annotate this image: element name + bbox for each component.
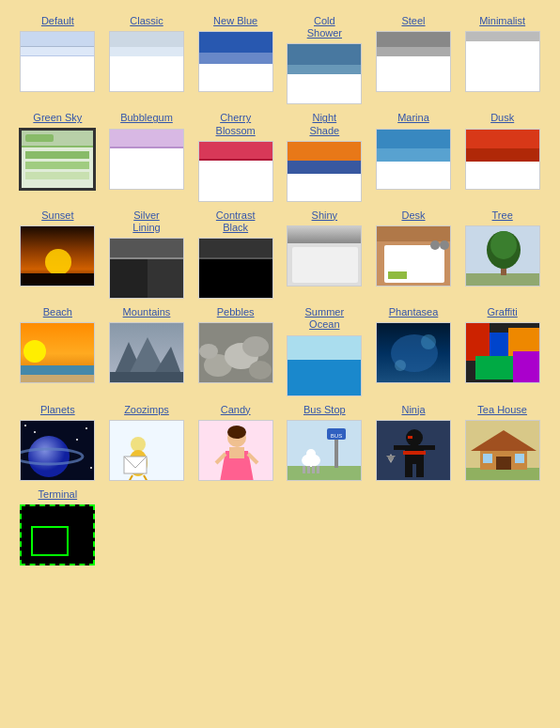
theme-bubblegum[interactable]: Bubblegum [104, 112, 190, 201]
theme-dusk-preview[interactable] [465, 129, 540, 190]
theme-minimalist[interactable]: Minimalist [459, 15, 545, 104]
theme-mountains-preview[interactable] [109, 322, 184, 383]
theme-steel[interactable]: Steel [371, 15, 457, 104]
theme-zoozimps[interactable]: Zoozimps [104, 404, 190, 481]
theme-newblue-preview[interactable] [198, 31, 273, 92]
theme-pebbles-preview[interactable] [198, 322, 273, 383]
theme-sunset-label: Sunset [41, 209, 73, 222]
svg-rect-41 [288, 336, 362, 360]
theme-greensky-preview[interactable] [20, 129, 95, 190]
theme-classic-label: Classic [130, 15, 163, 27]
svg-rect-85 [317, 466, 319, 473]
svg-rect-103 [515, 454, 524, 463]
theme-planets-preview[interactable] [20, 420, 95, 481]
svg-point-56 [86, 427, 87, 429]
theme-pebbles[interactable]: Pebbles [193, 306, 278, 395]
theme-classic-preview[interactable] [109, 31, 184, 92]
theme-steel-preview[interactable] [376, 31, 451, 92]
theme-ninja[interactable]: Ninja [371, 404, 457, 481]
theme-silverlining-label: SilverLining [132, 209, 160, 234]
theme-newblue[interactable]: New Blue [193, 15, 278, 104]
svg-rect-28 [21, 375, 95, 383]
theme-graffiti-preview[interactable] [465, 322, 540, 383]
theme-contrastblack[interactable]: ContrastBlack [193, 209, 278, 299]
theme-nightshade-preview[interactable] [287, 141, 362, 202]
theme-bubblegum-preview[interactable] [109, 129, 184, 190]
theme-teahouse[interactable]: Tea House [459, 404, 545, 481]
svg-rect-82 [303, 466, 305, 473]
svg-rect-93 [394, 445, 405, 450]
theme-candy[interactable]: Candy [193, 404, 278, 481]
theme-busstop-preview[interactable]: BUS [287, 420, 362, 481]
theme-ninja-preview[interactable] [376, 420, 451, 481]
svg-rect-33 [110, 372, 184, 383]
theme-bubblegum-label: Bubblegum [120, 112, 173, 124]
theme-terminal[interactable]: Terminal [15, 488, 101, 565]
theme-cherryblossom[interactable]: CherryBlossom [193, 112, 278, 201]
theme-coldshower-preview[interactable] [287, 43, 362, 104]
theme-desk-preview[interactable] [376, 225, 451, 287]
theme-beach[interactable]: Beach [15, 306, 101, 395]
theme-steel-label: Steel [401, 15, 425, 27]
svg-rect-98 [466, 468, 540, 481]
svg-point-54 [24, 425, 26, 426]
svg-point-63 [131, 437, 146, 452]
theme-summerocean-preview[interactable] [287, 335, 362, 396]
svg-rect-6 [110, 259, 148, 299]
theme-beach-preview[interactable] [20, 322, 95, 383]
theme-desk[interactable]: Desk [371, 209, 457, 299]
theme-silverlining[interactable]: SilverLining [104, 209, 190, 299]
theme-minimalist-preview[interactable] [465, 31, 540, 92]
theme-graffiti-label: Graffiti [488, 306, 518, 318]
theme-candy-preview[interactable] [198, 420, 273, 481]
svg-rect-92 [416, 462, 424, 477]
theme-zoozimps-label: Zoozimps [124, 404, 169, 416]
svg-point-55 [34, 431, 36, 433]
theme-cherryblossom-preview[interactable] [198, 141, 273, 202]
theme-coldshower-label: ColdShower [307, 15, 342, 39]
theme-minimalist-label: Minimalist [479, 15, 525, 27]
svg-rect-88 [408, 436, 412, 439]
theme-planets[interactable]: Planets [15, 404, 101, 481]
svg-point-24 [490, 231, 517, 259]
theme-greensky-label: Green Sky [33, 112, 82, 124]
svg-rect-21 [466, 273, 540, 287]
theme-busstop-label: Bus Stop [303, 404, 346, 416]
theme-tree[interactable]: Tree [459, 209, 545, 299]
svg-rect-52 [513, 351, 539, 383]
theme-sunset-preview[interactable] [20, 225, 95, 287]
theme-shiny-preview[interactable] [287, 225, 362, 287]
theme-dusk[interactable]: Dusk [459, 112, 545, 201]
theme-marina-preview[interactable] [376, 129, 451, 190]
theme-nightshade[interactable]: NightShade [282, 112, 367, 201]
theme-coldshower[interactable]: ColdShower [282, 15, 367, 104]
svg-rect-15 [377, 226, 451, 241]
theme-mountains[interactable]: Mountains [104, 306, 190, 395]
theme-default-preview[interactable] [20, 31, 95, 92]
theme-marina[interactable]: Marina [371, 112, 457, 201]
svg-point-70 [227, 426, 246, 439]
theme-busstop[interactable]: Bus Stop BUS [282, 404, 367, 481]
theme-phantasea-preview[interactable] [376, 322, 451, 383]
svg-point-81 [306, 449, 316, 458]
svg-text:BUS: BUS [331, 433, 342, 439]
theme-shiny[interactable]: Shiny [282, 209, 367, 299]
theme-teahouse-preview[interactable] [465, 420, 540, 481]
theme-terminal-preview[interactable] [20, 504, 95, 565]
theme-phantasea[interactable]: Phantasea [371, 306, 457, 395]
theme-marina-label: Marina [397, 112, 429, 124]
svg-point-60 [28, 436, 70, 477]
theme-zoozimps-preview[interactable] [109, 420, 184, 481]
theme-summerocean[interactable]: SummerOcean [282, 306, 367, 395]
theme-classic[interactable]: Classic [104, 15, 190, 104]
theme-contrastblack-preview[interactable] [198, 238, 273, 299]
theme-default[interactable]: Default [15, 15, 101, 104]
theme-greensky[interactable]: Green Sky [15, 112, 101, 201]
theme-graffiti[interactable]: Graffiti [459, 306, 545, 395]
theme-desk-label: Desk [401, 209, 425, 222]
theme-newblue-label: New Blue [213, 15, 257, 27]
svg-point-1 [45, 249, 71, 275]
theme-silverlining-preview[interactable] [109, 238, 184, 299]
theme-tree-preview[interactable] [465, 225, 540, 287]
theme-sunset[interactable]: Sunset [15, 209, 101, 299]
